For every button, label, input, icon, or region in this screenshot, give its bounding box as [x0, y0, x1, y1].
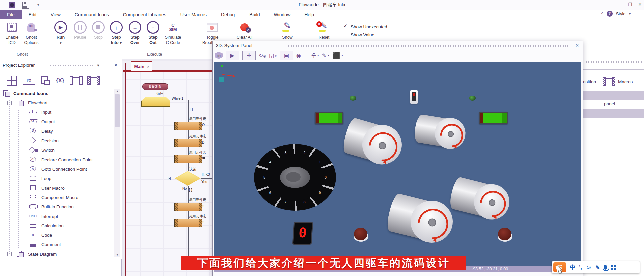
tree-item[interactable]: Built-in Function	[0, 202, 114, 212]
windows-icon[interactable]	[41, 76, 50, 85]
connection-icon[interactable]	[70, 77, 82, 84]
tree-item[interactable]: Calculation	[0, 221, 114, 230]
fc-collapse-marker[interactable]: [-]	[189, 188, 192, 192]
style-menu[interactable]: Style	[616, 11, 626, 16]
seven-segment-display-3d[interactable]: 0	[292, 222, 313, 245]
debug-checkbox[interactable]: Show Value	[343, 32, 374, 37]
tree-item[interactable]: Delay	[0, 126, 114, 136]
dc-motor-3d[interactable]	[448, 175, 513, 223]
fc-collapse-marker[interactable]: [-]	[168, 176, 171, 180]
select-mode-button[interactable]: ▶	[226, 51, 239, 60]
fc-component-macro-node[interactable]	[174, 155, 202, 163]
visibility-eye-icon[interactable]: ◉	[296, 52, 301, 59]
close-button[interactable]: ✕	[635, 1, 644, 9]
pot-knob-3d[interactable]	[497, 228, 512, 242]
tree-item[interactable]: Command Icons	[0, 89, 114, 98]
menu-item[interactable]: Build	[242, 10, 267, 19]
property-row[interactable]	[583, 91, 644, 100]
run-button[interactable]: ▶ Run▾	[50, 21, 71, 46]
menu-item[interactable]: Edit	[22, 10, 44, 19]
fc-begin-node[interactable]: BEGIN	[142, 83, 168, 90]
orbit-rotate-icon[interactable]: ↻◉	[259, 52, 266, 59]
enable-icd-button[interactable]: EnableICD	[1, 21, 23, 45]
tree-item[interactable]: Comment	[0, 240, 114, 249]
tree-item[interactable]: Loop	[0, 174, 114, 183]
pan-mode-button[interactable]: ✛	[242, 51, 256, 60]
step-out-button[interactable]: ↑ StepOut	[142, 21, 164, 45]
ime-punctuation-icon[interactable]: ’,	[579, 264, 582, 270]
tree-item[interactable]: Input	[0, 108, 114, 117]
io-icon[interactable]: I/O	[23, 77, 35, 85]
dc-motor-3d[interactable]	[340, 115, 407, 169]
tree-item[interactable]: Decision	[0, 136, 114, 145]
ime-emoji-icon[interactable]: ☺	[586, 264, 592, 271]
property-row-panel[interactable]: panel	[583, 100, 644, 109]
tree-item[interactable]: − State Diagram	[0, 249, 114, 259]
dashboard-grid-icon[interactable]	[7, 76, 17, 86]
tree-item[interactable]: Component Macro	[0, 193, 114, 202]
simulate-c-code-button[interactable]: CSIM SimulateC Code	[162, 21, 184, 45]
3d-scene-viewport[interactable]: 0123456789	[214, 62, 581, 266]
fc-loop-node[interactable]	[141, 97, 170, 107]
tree-item[interactable]: Interrupt	[0, 212, 114, 221]
panel-menu-caret-icon[interactable]: ▼	[96, 63, 100, 67]
ghost-options-button[interactable]: GhostOptions	[21, 21, 42, 45]
drag-handle[interactable]	[288, 45, 570, 47]
menu-item[interactable]: Component Libraries	[116, 10, 173, 19]
solid-cube-icon[interactable]: ⬛	[332, 52, 340, 59]
tree-item[interactable]: Declare Connection Point	[0, 155, 114, 164]
expression-icon[interactable]: {X}	[56, 77, 64, 84]
pin-icon[interactable]	[106, 63, 109, 67]
dc-motor-3d[interactable]	[413, 113, 468, 151]
macro-icon[interactable]	[88, 77, 99, 84]
rotary-dial-3d[interactable]: 0123456789	[254, 144, 336, 211]
step-into-button[interactable]: ↓ StepInto ▾	[106, 21, 127, 45]
position-label[interactable]: Position	[583, 79, 596, 84]
macros-label[interactable]: Macros	[618, 79, 633, 84]
macro-icon[interactable]	[603, 78, 615, 85]
led-bargraph-3d[interactable]	[315, 112, 343, 124]
ime-microphone-icon[interactable]	[604, 265, 607, 270]
menu-item[interactable]: User Macros	[173, 10, 214, 19]
tree-item[interactable]: Switch	[0, 146, 114, 155]
pot-knob-3d[interactable]	[353, 228, 368, 242]
led-bargraph-3d[interactable]	[479, 112, 508, 124]
3d-panel-close-icon[interactable]: ✕	[575, 43, 579, 48]
fc-collapse-marker[interactable]: [-]	[190, 107, 193, 111]
fc-component-macro-node[interactable]	[174, 139, 202, 147]
fc-component-macro-node[interactable]	[174, 203, 202, 211]
project-explorer-list-box[interactable]	[1, 259, 122, 276]
tree-item[interactable]: − Flowchart	[0, 98, 114, 107]
paint-brush-icon[interactable]: ✎	[322, 52, 326, 59]
collapse-ribbon-icon[interactable]: ^	[601, 11, 603, 16]
debug-checkbox[interactable]: Show Unexecuted	[343, 24, 387, 29]
style-caret-icon[interactable]: ▾	[629, 11, 631, 16]
switch-3d[interactable]	[410, 90, 418, 104]
tree-scrollbar[interactable]: ▲ ▼	[114, 89, 120, 257]
panel-close-icon[interactable]: ✕	[114, 63, 118, 68]
fc-component-macro-node[interactable]	[174, 219, 202, 227]
ime-handwriting-pen-icon[interactable]: ✎	[595, 264, 600, 271]
menu-item[interactable]: Help	[297, 10, 321, 19]
drag-handle[interactable]	[585, 61, 642, 63]
ime-keyboard-grid-icon[interactable]	[611, 265, 616, 270]
help-icon[interactable]: ?	[607, 11, 613, 17]
menu-item[interactable]: View	[44, 10, 68, 19]
menu-item[interactable]: Debug	[214, 10, 242, 19]
dc-motor-3d[interactable]	[385, 191, 457, 247]
tools-wrench-icon[interactable]: ⚒	[310, 51, 317, 59]
drag-handle[interactable]	[50, 65, 94, 66]
tree-item[interactable]: Code	[0, 230, 114, 240]
minimize-button[interactable]: –	[614, 1, 624, 9]
restore-button[interactable]: ❐	[625, 1, 635, 9]
dial-knob[interactable]	[280, 167, 310, 188]
led-3d[interactable]	[350, 96, 356, 101]
tree-item[interactable]: User Macro	[0, 183, 114, 193]
scroll-down-icon[interactable]: ▼	[114, 253, 120, 256]
tab-main[interactable]: Main ×	[131, 61, 152, 71]
menu-item[interactable]: Window	[267, 10, 297, 19]
tab-close-icon[interactable]: ×	[147, 65, 149, 69]
fc-component-macro-node[interactable]	[174, 122, 202, 130]
clear-all-breakpoints-button[interactable]: Clear All	[234, 21, 255, 40]
property-row[interactable]	[583, 109, 644, 118]
